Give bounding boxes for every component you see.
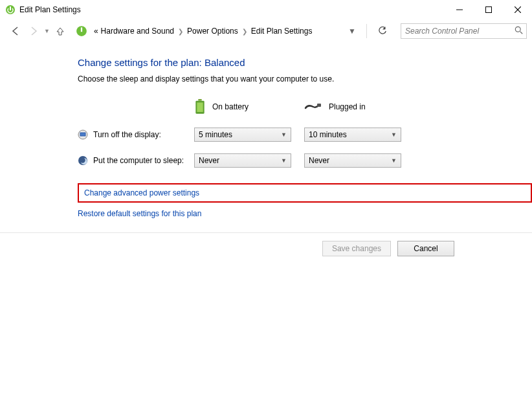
content-area: Change settings for the plan: Balanced C… (0, 43, 532, 218)
sleep-icon (78, 155, 88, 166)
svg-rect-13 (317, 104, 321, 107)
sleep-battery-value: Never (199, 156, 219, 165)
advanced-settings-link[interactable]: Change advanced power settings (84, 188, 199, 197)
display-label: Turn off the display: (93, 130, 161, 139)
breadcrumb-item-power[interactable]: Power Options (186, 27, 239, 36)
column-headers: On battery Plugged in (78, 99, 532, 115)
address-bar-dropdown[interactable]: ▼ (348, 27, 360, 36)
chevron-down-icon: ▼ (391, 157, 397, 164)
search-icon (515, 26, 524, 35)
svg-rect-7 (81, 27, 82, 32)
sleep-plugged-select[interactable]: Never ▼ (304, 153, 401, 168)
breadcrumb: « Hardware and Sound ❯ Power Options ❯ E… (93, 27, 360, 36)
plugged-column-label: Plugged in (329, 102, 366, 111)
window-title: Edit Plan Settings (19, 5, 445, 14)
refresh-button[interactable] (373, 24, 392, 38)
button-row: Save changes Cancel (0, 233, 532, 256)
display-row: Turn off the display: 5 minutes ▼ 10 min… (78, 128, 532, 142)
back-button[interactable] (8, 23, 23, 39)
plugged-column-header: Plugged in (304, 102, 414, 112)
divider (366, 24, 367, 38)
page-subtext: Choose the sleep and display settings th… (78, 74, 532, 84)
sleep-plugged-value: Never (309, 156, 329, 165)
plug-icon (304, 102, 322, 112)
address-bar-icon (76, 25, 87, 37)
breadcrumb-item-hardware[interactable]: Hardware and Sound (100, 27, 175, 36)
restore-defaults-link[interactable]: Restore default settings for this plan (78, 209, 201, 218)
battery-column-label: On battery (212, 102, 249, 111)
close-button[interactable] (503, 0, 532, 19)
svg-rect-1 (10, 6, 11, 10)
cancel-button[interactable]: Cancel (397, 241, 454, 256)
search-box[interactable] (401, 23, 527, 39)
sleep-label: Put the computer to sleep: (93, 156, 184, 165)
svg-rect-12 (197, 102, 203, 112)
breadcrumb-prefix[interactable]: « (93, 27, 100, 36)
search-input[interactable] (401, 24, 526, 38)
page-heading: Change settings for the plan: Balanced (78, 57, 532, 68)
up-button[interactable] (52, 23, 68, 39)
svg-rect-3 (485, 7, 491, 13)
save-button: Save changes (322, 241, 391, 256)
chevron-right-icon[interactable]: ❯ (175, 28, 186, 35)
battery-column-header: On battery (194, 99, 304, 115)
svg-rect-15 (80, 133, 85, 136)
display-plugged-value: 10 minutes (309, 130, 347, 139)
advanced-link-highlight: Change advanced power settings (78, 183, 532, 203)
titlebar: Edit Plan Settings (0, 0, 532, 19)
maximize-button[interactable] (474, 0, 503, 19)
breadcrumb-item-edit[interactable]: Edit Plan Settings (250, 27, 314, 36)
sleep-battery-select[interactable]: Never ▼ (194, 153, 291, 168)
power-options-icon (5, 5, 16, 15)
display-battery-select[interactable]: 5 minutes ▼ (194, 128, 291, 142)
chevron-down-icon: ▼ (391, 131, 397, 138)
display-icon (78, 129, 88, 140)
sleep-row: Put the computer to sleep: Never ▼ Never… (78, 153, 532, 168)
recent-locations-dropdown[interactable]: ▼ (44, 28, 50, 34)
display-battery-value: 5 minutes (199, 130, 232, 139)
nav-row: ▼ « Hardware and Sound ❯ Power Options ❯… (0, 19, 532, 43)
forward-button[interactable] (26, 23, 41, 39)
minimize-button[interactable] (445, 0, 474, 19)
svg-line-9 (520, 32, 523, 34)
chevron-down-icon: ▼ (281, 157, 287, 164)
display-plugged-select[interactable]: 10 minutes ▼ (304, 128, 401, 142)
svg-rect-10 (198, 99, 201, 101)
battery-icon (194, 99, 206, 115)
chevron-down-icon: ▼ (281, 131, 287, 138)
svg-point-8 (515, 27, 520, 32)
chevron-right-icon[interactable]: ❯ (239, 28, 250, 35)
